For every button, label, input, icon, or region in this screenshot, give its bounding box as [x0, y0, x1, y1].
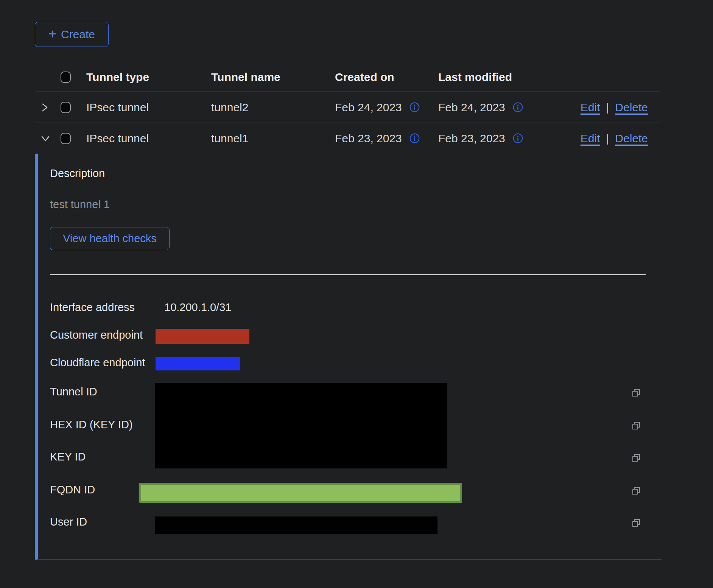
plus-icon: + [48, 27, 56, 41]
interface-address-value: 10.200.1.0/31 [164, 301, 231, 314]
expand-chevron-right-icon[interactable] [39, 101, 50, 114]
redacted-fqdn-id [139, 483, 462, 503]
row-checkbox[interactable] [61, 102, 71, 113]
interface-address-label: Interface address [50, 301, 135, 314]
redacted-ids-block [155, 383, 447, 468]
last-modified-date: Feb 24, 2023 [438, 101, 505, 114]
header-tunnel-name: Tunnel name [211, 71, 280, 84]
redacted-user-id [155, 516, 437, 534]
created-on-cell: Feb 23, 2023 [335, 132, 420, 145]
edit-link[interactable]: Edit [581, 132, 600, 145]
edit-link[interactable]: Edit [581, 101, 600, 114]
copy-icon[interactable] [632, 388, 641, 398]
description-label: Description [50, 167, 105, 180]
header-created-on: Created on [335, 71, 394, 84]
description-value: test tunnel 1 [50, 198, 110, 211]
key-id-label: KEY ID [50, 451, 86, 463]
last-modified-cell: Feb 23, 2023 [438, 132, 523, 145]
table-row: IPsec tunnel tunnel1 Feb 23, 2023 Feb 23… [35, 123, 660, 154]
header-last-modified: Last modified [438, 71, 512, 84]
row-actions: Edit | Delete [581, 132, 648, 145]
info-icon[interactable] [409, 133, 420, 143]
tunnels-page: + Create Tunnel type Tunnel name Created… [0, 0, 713, 588]
cloudflare-endpoint-label: Cloudflare endpoint [50, 356, 145, 369]
table-header: Tunnel type Tunnel name Created on Last … [35, 62, 660, 92]
user-id-label: User ID [50, 516, 87, 528]
redacted-customer-endpoint [156, 329, 249, 344]
header-tunnel-type: Tunnel type [86, 71, 149, 84]
tunnel-name-cell: tunnel2 [211, 101, 248, 114]
collapse-chevron-down-icon[interactable] [39, 133, 51, 144]
tunnel-name-cell: tunnel1 [211, 132, 248, 145]
row-checkbox[interactable] [61, 133, 71, 144]
row-actions: Edit | Delete [581, 101, 648, 114]
last-modified-cell: Feb 24, 2023 [438, 101, 523, 114]
copy-icon[interactable] [632, 421, 641, 431]
fqdn-id-label: FQDN ID [50, 484, 95, 496]
info-icon[interactable] [513, 102, 523, 112]
created-on-date: Feb 24, 2023 [335, 101, 402, 114]
tunnel-id-label: Tunnel ID [50, 386, 97, 398]
select-all-checkbox[interactable] [61, 72, 71, 83]
customer-endpoint-label: Customer endpoint [50, 329, 143, 341]
created-on-cell: Feb 24, 2023 [335, 101, 420, 114]
create-button-label: Create [61, 28, 95, 41]
expanded-tunnel-panel: Description test tunnel 1 View health ch… [35, 154, 662, 560]
tunnel-type-cell: IPsec tunnel [86, 101, 149, 114]
info-icon[interactable] [513, 133, 523, 143]
info-icon[interactable] [409, 102, 420, 112]
last-modified-date: Feb 23, 2023 [438, 132, 505, 145]
section-divider [50, 274, 646, 275]
copy-icon[interactable] [632, 486, 641, 496]
delete-link[interactable]: Delete [615, 132, 648, 145]
table-row: IPsec tunnel tunnel2 Feb 24, 2023 Feb 24… [35, 92, 660, 123]
view-health-checks-label: View health checks [63, 232, 157, 245]
hex-id-label: HEX ID (KEY ID) [50, 418, 133, 431]
create-button[interactable]: + Create [35, 22, 109, 47]
tunnel-type-cell: IPsec tunnel [86, 132, 149, 145]
copy-icon[interactable] [632, 518, 641, 528]
delete-link[interactable]: Delete [615, 101, 648, 114]
copy-icon[interactable] [632, 453, 641, 463]
redacted-cloudflare-endpoint [156, 357, 240, 370]
actions-separator: | [606, 101, 609, 114]
view-health-checks-button[interactable]: View health checks [50, 227, 170, 250]
created-on-date: Feb 23, 2023 [335, 132, 402, 145]
actions-separator: | [606, 132, 609, 145]
